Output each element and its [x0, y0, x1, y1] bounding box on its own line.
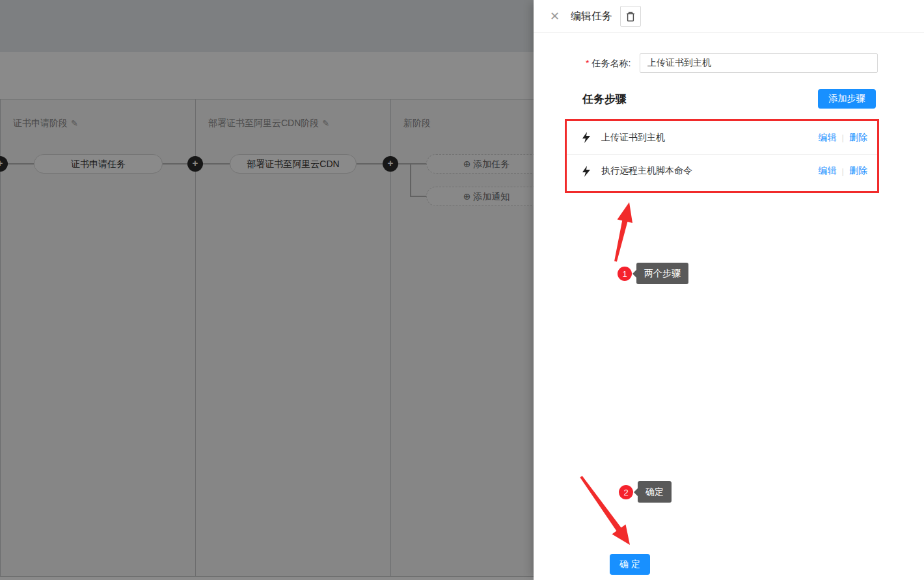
confirm-button[interactable]: 确 定 — [610, 554, 650, 575]
trash-icon — [625, 11, 636, 22]
link-separator: | — [842, 133, 844, 142]
lightning-icon — [582, 132, 591, 143]
lightning-icon — [582, 166, 591, 177]
close-icon[interactable]: ✕ — [550, 10, 560, 22]
link-separator: | — [842, 166, 844, 176]
delete-task-button[interactable] — [620, 6, 641, 27]
step-name: 执行远程主机脚本命令 — [601, 165, 819, 177]
step-edit-link[interactable]: 编辑 — [819, 132, 837, 144]
step-row: 上传证书到主机 编辑 | 删除 — [567, 121, 877, 154]
task-name-label-text: 任务名称: — [591, 58, 631, 68]
step-delete-link[interactable]: 删除 — [849, 132, 867, 144]
edit-task-drawer: ✕ 编辑任务 *任务名称: 任务步骤 添加步骤 上传证书到主机 编辑 | 删除 — [534, 0, 924, 580]
task-name-input[interactable] — [640, 53, 878, 73]
annotation-tooltip-1: 两个步骤 — [636, 263, 688, 284]
steps-section-title: 任务步骤 — [582, 92, 627, 107]
task-name-label: *任务名称: — [586, 58, 631, 70]
add-step-button[interactable]: 添加步骤 — [818, 89, 876, 109]
drawer-backdrop-mask[interactable] — [0, 0, 534, 580]
step-row: 执行远程主机脚本命令 编辑 | 删除 — [567, 154, 877, 187]
steps-list-annotated-box: 上传证书到主机 编辑 | 删除 执行远程主机脚本命令 编辑 | 删除 — [565, 119, 879, 193]
app-window: 证书申请阶段✎ 部署证书至阿里云CDN阶段✎ 新阶段 + 证书申请任务 + 部署… — [0, 0, 924, 580]
step-delete-link[interactable]: 删除 — [849, 165, 867, 177]
drawer-title: 编辑任务 — [571, 10, 612, 23]
step-name: 上传证书到主机 — [601, 132, 819, 144]
required-mark: * — [586, 58, 589, 68]
annotation-badge-1: 1 — [618, 267, 632, 281]
step-edit-link[interactable]: 编辑 — [819, 165, 837, 177]
drawer-header: ✕ 编辑任务 — [534, 0, 924, 33]
annotation-tooltip-2: 确定 — [638, 481, 672, 503]
annotation-badge-2: 2 — [619, 485, 633, 499]
